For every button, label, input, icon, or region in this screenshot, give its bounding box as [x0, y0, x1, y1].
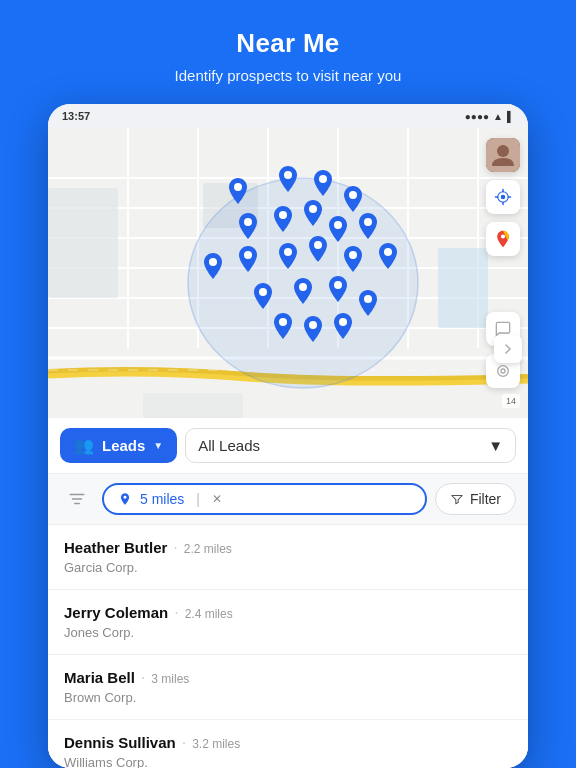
lead-item[interactable]: Jerry Coleman · 2.4 miles Jones Corp.	[48, 590, 528, 655]
lead-name: Heather Butler	[64, 539, 167, 556]
chevron-down-icon: ▼	[153, 440, 163, 451]
lead-distance: 2.4 miles	[185, 607, 233, 621]
battery-icon: ▌	[507, 111, 514, 122]
status-icons: ●●●● ▲ ▌	[465, 111, 514, 122]
filter-button[interactable]: Filter	[435, 483, 516, 515]
lead-distance: 3.2 miles	[192, 737, 240, 751]
lead-distance: 3 miles	[151, 672, 189, 686]
lead-company: Williams Corp.	[64, 755, 512, 768]
svg-point-47	[498, 366, 509, 377]
lead-name: Dennis Sullivan	[64, 734, 176, 751]
status-bar: 13:57 ●●●● ▲ ▌	[48, 104, 528, 128]
lead-company: Brown Corp.	[64, 690, 512, 705]
svg-rect-17	[143, 393, 243, 418]
svg-point-48	[501, 369, 505, 373]
maps-button[interactable]	[486, 222, 520, 256]
filter-bar: 👥 Leads ▼ All Leads ▼	[48, 418, 528, 474]
search-bar: 5 miles | ✕ Filter	[48, 474, 528, 525]
avatar-button[interactable]	[486, 138, 520, 172]
page-title: Near Me	[175, 28, 402, 59]
svg-rect-15	[48, 188, 118, 298]
page-subtitle: Identify prospects to visit near you	[175, 65, 402, 86]
lead-company: Garcia Corp.	[64, 560, 512, 575]
all-leads-chevron-icon: ▼	[488, 437, 503, 454]
svg-rect-18	[438, 248, 488, 328]
leads-dropdown[interactable]: 👥 Leads ▼	[60, 428, 177, 463]
device-frame: 13:57 ●●●● ▲ ▌	[48, 104, 528, 768]
lead-list: Heather Butler · 2.2 miles Garcia Corp. …	[48, 525, 528, 768]
svg-point-53	[124, 496, 127, 499]
map-container[interactable]: 14	[48, 128, 528, 418]
map-tile-label: 14	[502, 394, 520, 408]
nav-forward[interactable]	[494, 335, 522, 363]
list-section: 👥 Leads ▼ All Leads ▼	[48, 418, 528, 768]
lead-distance: 2.2 miles	[184, 542, 232, 556]
lead-item[interactable]: Heather Butler · 2.2 miles Garcia Corp.	[48, 525, 528, 590]
sort-button[interactable]	[60, 482, 94, 516]
leads-label: Leads	[102, 437, 145, 454]
distance-label: 5 miles	[140, 491, 184, 507]
all-leads-label: All Leads	[198, 437, 260, 454]
svg-point-19	[188, 178, 418, 388]
lead-item[interactable]: Maria Bell · 3 miles Brown Corp.	[48, 655, 528, 720]
clear-distance-button[interactable]: ✕	[208, 492, 226, 506]
filter-label: Filter	[470, 491, 501, 507]
svg-point-46	[501, 234, 505, 238]
distance-filter[interactable]: 5 miles | ✕	[102, 483, 427, 515]
lead-item[interactable]: Dennis Sullivan · 3.2 miles Williams Cor…	[48, 720, 528, 768]
lead-name: Maria Bell	[64, 669, 135, 686]
signal-icon: ●●●●	[465, 111, 489, 122]
map-svg	[48, 128, 528, 418]
lead-company: Jones Corp.	[64, 625, 512, 640]
location-button[interactable]	[486, 180, 520, 214]
page-header: Near Me Identify prospects to visit near…	[155, 0, 422, 104]
svg-point-44	[501, 195, 506, 200]
all-leads-select[interactable]: All Leads ▼	[185, 428, 516, 463]
map-controls[interactable]	[486, 138, 520, 256]
leads-icon: 👥	[74, 436, 94, 455]
svg-point-43	[497, 145, 509, 157]
wifi-icon: ▲	[493, 111, 503, 122]
lead-name: Jerry Coleman	[64, 604, 168, 621]
status-time: 13:57	[62, 110, 90, 122]
